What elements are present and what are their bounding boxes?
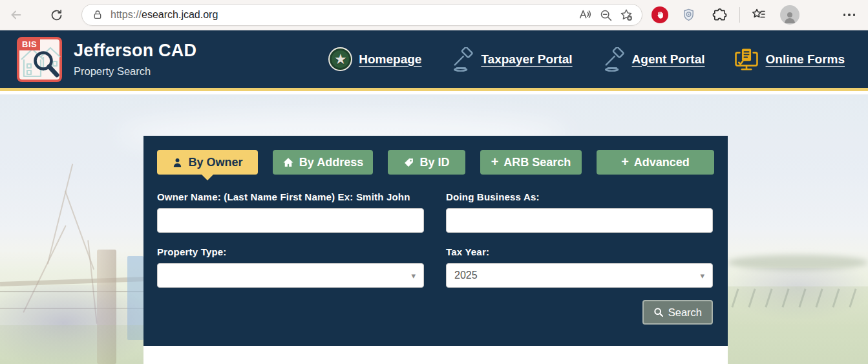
- puzzle-piece-icon: [712, 8, 727, 23]
- address-bar[interactable]: https://esearch.jcad.org: [81, 4, 642, 26]
- settings-menu-button[interactable]: [838, 8, 861, 21]
- refresh-button[interactable]: [45, 4, 67, 26]
- gavel-icon: [450, 47, 474, 72]
- person-icon: [782, 9, 798, 25]
- nav-taxpayer-portal-label: Taxpayer Portal: [481, 52, 572, 67]
- content-area-below-panel: [143, 346, 728, 364]
- tab-arb-search[interactable]: + ARB Search: [480, 150, 582, 175]
- tax-year-value: 2025: [454, 270, 478, 281]
- home-icon: [282, 156, 294, 168]
- property-type-select[interactable]: ▾: [157, 263, 424, 288]
- tax-year-label: Tax Year:: [446, 246, 713, 257]
- extensions-button[interactable]: [708, 4, 730, 26]
- nav-agent-portal[interactable]: Agent Portal: [601, 47, 705, 72]
- back-arrow-icon: [9, 8, 23, 22]
- nav-homepage-label: Homepage: [359, 52, 421, 67]
- favorites-star-list-icon: [751, 7, 767, 23]
- tax-year-select[interactable]: 2025 ▾: [446, 263, 713, 288]
- chevron-down-icon: ▾: [700, 271, 704, 281]
- add-favorite-button[interactable]: [616, 5, 637, 25]
- property-type-label: Property Type:: [157, 246, 424, 257]
- nav-online-forms-label: Online Forms: [766, 52, 845, 67]
- plus-icon: +: [491, 155, 499, 169]
- site-header: BIS Jefferson CAD Property Search ★ Home…: [0, 30, 868, 91]
- owner-name-input[interactable]: [157, 208, 424, 233]
- dba-field-group: Doing Business As:: [446, 191, 713, 233]
- lock-icon: [92, 10, 103, 20]
- owner-name-field-group: Owner Name: (Last Name First Name) Ex: S…: [157, 191, 424, 233]
- tab-by-address[interactable]: By Address: [273, 150, 373, 175]
- zoom-out-button[interactable]: [595, 5, 616, 25]
- nav-online-forms[interactable]: Online Forms: [734, 47, 845, 72]
- favorites-button[interactable]: [748, 4, 770, 26]
- tab-label: Advanced: [634, 156, 690, 169]
- hand-icon: [655, 10, 665, 20]
- tab-advanced[interactable]: + Advanced: [597, 150, 714, 175]
- nav-homepage[interactable]: ★ Homepage: [328, 47, 421, 71]
- search-form: Owner Name: (Last Name First Name) Ex: S…: [143, 175, 728, 325]
- site-subtitle: Property Search: [74, 65, 196, 78]
- nav-taxpayer-portal[interactable]: Taxpayer Portal: [450, 47, 572, 72]
- tab-label: By Owner: [188, 156, 242, 169]
- tab-by-owner[interactable]: By Owner: [157, 150, 258, 175]
- tax-year-field-group: Tax Year: 2025 ▾: [446, 246, 713, 288]
- privacy-shield-extension-button[interactable]: [677, 4, 699, 26]
- tab-label: By Address: [299, 156, 363, 169]
- logo-text: BIS: [19, 39, 40, 50]
- search-button[interactable]: Search: [642, 300, 713, 325]
- site-title: Jefferson CAD: [74, 41, 196, 61]
- search-button-label: Search: [668, 306, 702, 319]
- tab-label: By ID: [419, 156, 449, 169]
- texas-star-seal-icon: ★: [328, 47, 352, 71]
- zoom-out-icon: [599, 8, 613, 22]
- nav-agent-portal-label: Agent Portal: [632, 52, 705, 67]
- search-icon: [653, 307, 664, 317]
- url-host: esearch.jcad.org: [142, 9, 218, 20]
- chevron-down-icon: ▾: [411, 271, 416, 281]
- bis-logo[interactable]: BIS: [17, 37, 62, 82]
- tab-label: ARB Search: [503, 156, 571, 169]
- gavel-icon: [601, 47, 626, 72]
- main-nav: ★ Homepage Taxpayer Portal Agent Portal …: [328, 47, 845, 72]
- tag-icon: [403, 157, 414, 168]
- back-button[interactable]: [5, 4, 27, 26]
- dba-input[interactable]: [446, 208, 713, 233]
- refresh-icon: [50, 8, 63, 22]
- shield-icon: [681, 8, 696, 23]
- property-search-panel: By Owner By Address By ID + ARB Search +…: [143, 136, 728, 346]
- property-type-field-group: Property Type: ▾: [157, 246, 424, 288]
- owner-name-label: Owner Name: (Last Name First Name) Ex: S…: [157, 191, 424, 202]
- person-icon: [172, 157, 183, 168]
- search-tabs: By Owner By Address By ID + ARB Search +…: [143, 136, 728, 175]
- tab-by-id[interactable]: By ID: [388, 150, 465, 175]
- online-forms-monitor-icon: [734, 47, 759, 72]
- url-scheme: https://: [111, 9, 142, 20]
- plus-icon: +: [621, 155, 629, 169]
- url-text: https://esearch.jcad.org: [111, 9, 218, 21]
- dba-label: Doing Business As:: [446, 191, 713, 202]
- read-aloud-button[interactable]: [575, 5, 595, 25]
- browser-toolbar: https://esearch.jcad.org: [0, 0, 868, 30]
- adblock-extension-button[interactable]: [651, 6, 668, 23]
- profile-avatar[interactable]: [780, 5, 799, 25]
- star-add-icon: [619, 8, 633, 22]
- read-aloud-icon: [578, 8, 592, 22]
- toolbar-divider: [739, 7, 740, 23]
